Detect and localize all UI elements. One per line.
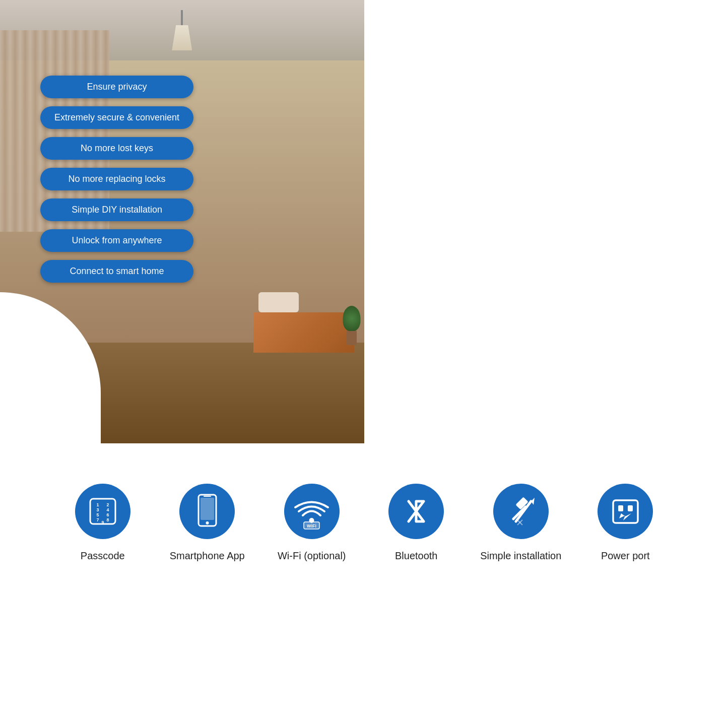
wifi-label: Wi-Fi (optional): [278, 549, 346, 562]
svg-text:4: 4: [106, 507, 109, 512]
bluetooth-label: Bluetooth: [395, 549, 438, 562]
wifi-icon: WiFi: [293, 493, 330, 531]
bluetooth-icon-circle: [388, 484, 444, 539]
svg-rect-11: [201, 498, 214, 520]
pill-replacing: No more replacing locks: [40, 168, 193, 190]
feature-smartphone: Smartphone App: [162, 484, 252, 562]
passcode-icon: 1 2 3 4 5 6 7 8 9: [88, 496, 118, 526]
hero-room-bg: Ensure privacy Extremely secure & conven…: [0, 0, 364, 443]
hero-section: Ensure privacy Extremely secure & conven…: [0, 0, 728, 443]
svg-text:3: 3: [96, 507, 99, 512]
tools-icon-circle: [493, 484, 549, 539]
feature-bluetooth: Bluetooth: [371, 484, 461, 562]
pill-lost-keys: No more lost keys: [40, 137, 193, 160]
bottom-features-section: 1 2 3 4 5 6 7 8 9 Passcode: [0, 443, 728, 592]
svg-text:9: 9: [101, 520, 104, 525]
svg-text:WiFi: WiFi: [307, 523, 316, 528]
room-lamp: [167, 10, 197, 50]
svg-text:1: 1: [96, 502, 99, 507]
feature-wifi: WiFi Wi-Fi (optional): [267, 484, 357, 562]
svg-rect-13: [204, 496, 211, 497]
svg-rect-24: [628, 505, 633, 511]
passcode-label: Passcode: [81, 549, 125, 562]
svg-text:7: 7: [96, 517, 99, 522]
svg-rect-23: [618, 505, 623, 511]
svg-rect-22: [613, 500, 638, 523]
smartphone-icon: [193, 494, 221, 529]
svg-text:5: 5: [96, 512, 99, 517]
tools-icon: [503, 494, 539, 529]
svg-point-12: [206, 521, 209, 524]
power-icon-circle: [598, 484, 653, 539]
installation-label: Simple installation: [480, 549, 561, 562]
pill-privacy: Ensure privacy: [40, 76, 193, 98]
feature-installation: Simple installation: [476, 484, 566, 562]
power-icon: [609, 495, 642, 528]
power-label: Power port: [601, 549, 650, 562]
passcode-icon-circle: 1 2 3 4 5 6 7 8 9: [75, 484, 130, 539]
room-bed: [253, 292, 354, 353]
svg-text:2: 2: [106, 502, 109, 507]
feature-power: Power port: [580, 484, 671, 562]
svg-text:8: 8: [106, 517, 109, 522]
wifi-icon-circle: WiFi: [284, 484, 340, 539]
svg-text:6: 6: [106, 512, 109, 517]
pill-secure: Extremely secure & convenient: [40, 106, 193, 129]
bluetooth-icon: [401, 494, 431, 529]
smartphone-label: Smartphone App: [170, 549, 245, 562]
room-plant: [342, 305, 362, 345]
pill-diy: Simple DIY installation: [40, 198, 193, 221]
feature-pills-container: Ensure privacy Extremely secure & conven…: [40, 76, 193, 283]
smartphone-icon-circle: [179, 484, 235, 539]
feature-passcode: 1 2 3 4 5 6 7 8 9 Passcode: [57, 484, 148, 562]
pill-smart-home: Connect to smart home: [40, 260, 193, 283]
pill-anywhere: Unlock from anywhere: [40, 229, 193, 252]
